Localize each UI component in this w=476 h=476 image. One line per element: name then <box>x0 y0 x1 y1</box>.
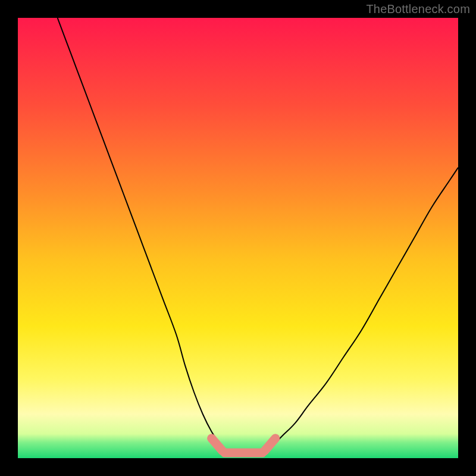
watermark-text: TheBottleneck.com <box>366 2 470 16</box>
plot-background <box>18 18 458 458</box>
app-frame: TheBottleneck.com <box>0 0 476 476</box>
bottleneck-chart <box>0 0 476 476</box>
